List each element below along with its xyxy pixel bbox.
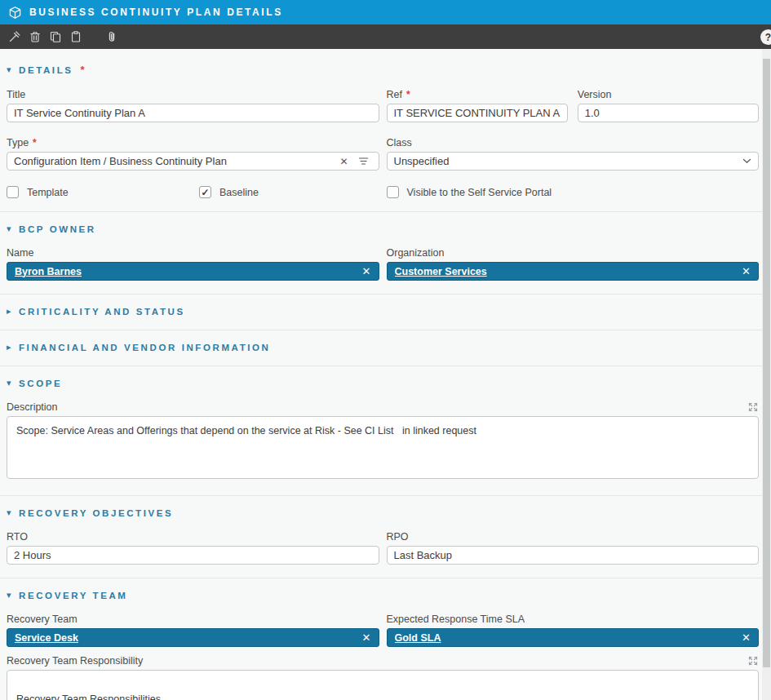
caret-right-icon: ▸	[7, 306, 19, 317]
cube-icon	[8, 6, 22, 20]
type-field[interactable]: Configuration Item / Business Continuity…	[7, 152, 379, 171]
caret-down-icon: ▾	[7, 224, 19, 234]
owner-name-field[interactable]: Byron Barnes ✕	[7, 262, 379, 281]
required-asterisk: *	[406, 89, 410, 100]
section-header-bcp-owner[interactable]: ▾ BCP OWNER	[7, 224, 759, 234]
baseline-checkbox-label: Baseline	[219, 187, 259, 198]
required-asterisk: *	[33, 137, 37, 148]
expand-icon[interactable]	[747, 655, 759, 667]
responsibility-label: Recovery Team Responsibility	[7, 655, 143, 667]
section-divider	[0, 294, 765, 295]
section-label: RECOVERY TEAM	[19, 591, 127, 600]
remove-icon[interactable]: ✕	[735, 631, 751, 644]
responsibility-textarea[interactable]: Recovery Team Responsibilities	[7, 670, 759, 700]
ref-label: Ref*	[387, 89, 410, 100]
type-value: Configuration Item / Business Continuity…	[14, 155, 335, 167]
clear-icon[interactable]: ✕	[335, 156, 352, 167]
version-label: Version	[578, 89, 612, 100]
chevron-down-icon	[742, 158, 751, 164]
required-asterisk: *	[81, 64, 85, 76]
section-label: SCOPE	[19, 379, 62, 388]
rto-input[interactable]	[7, 546, 379, 565]
section-label: BCP OWNER	[19, 224, 96, 234]
section-header-details[interactable]: ▾ DETAILS *	[7, 64, 759, 76]
paste-icon[interactable]	[66, 27, 86, 47]
section-label: CRITICALITY AND STATUS	[19, 307, 185, 317]
caret-right-icon: ▸	[7, 342, 19, 352]
type-label: Type*	[7, 137, 37, 148]
attachment-icon[interactable]	[102, 27, 122, 47]
caret-down-icon: ▾	[7, 590, 19, 600]
section-label: DETAILS	[19, 65, 73, 75]
checkbox-box[interactable]	[7, 186, 19, 198]
window-title-bar: BUSINESS CONTINUITY PLAN DETAILS	[0, 0, 771, 24]
browse-list-icon[interactable]	[353, 157, 374, 166]
description-textarea[interactable]: Scope: Service Areas and Offerings that …	[7, 416, 759, 479]
rto-label: RTO	[7, 531, 28, 543]
title-input[interactable]	[7, 104, 379, 122]
description-label: Description	[7, 401, 58, 413]
organization-field[interactable]: Customer Services ✕	[387, 262, 760, 281]
page-title: BUSINESS CONTINUITY PLAN DETAILS	[29, 7, 283, 18]
section-label: RECOVERY OBJECTIVES	[19, 508, 173, 518]
checkbox-box-checked[interactable]: ✓	[199, 186, 211, 198]
rpo-input[interactable]	[387, 546, 760, 565]
template-checkbox-label: Template	[27, 187, 69, 198]
section-divider	[0, 330, 765, 330]
name-label: Name	[7, 247, 33, 259]
caret-down-icon: ▾	[7, 378, 19, 388]
remove-icon[interactable]: ✕	[356, 631, 371, 644]
visible-portal-checkbox-label: Visible to the Self Service Portal	[407, 187, 552, 198]
copy-icon[interactable]	[46, 27, 65, 47]
owner-name-link[interactable]: Byron Barnes	[15, 266, 356, 277]
recovery-team-link[interactable]: Service Desk	[15, 632, 356, 644]
baseline-checkbox[interactable]: ✓ Baseline	[199, 186, 379, 198]
section-header-financial[interactable]: ▸ FINANCIAL AND VENDOR INFORMATION	[7, 342, 759, 352]
visible-portal-checkbox[interactable]: Visible to the Self Service Portal	[387, 186, 760, 198]
scrollbar-thumb[interactable]	[763, 59, 770, 667]
class-label: Class	[387, 137, 412, 148]
class-value: Unspecified	[394, 155, 743, 167]
expand-icon[interactable]	[747, 401, 759, 413]
template-checkbox[interactable]: Template	[7, 186, 199, 198]
recovery-team-field[interactable]: Service Desk ✕	[7, 628, 379, 647]
title-label: Title	[7, 89, 25, 100]
remove-icon[interactable]: ✕	[356, 265, 371, 277]
response-sla-label: Expected Response Time SLA	[387, 614, 525, 625]
caret-down-icon: ▾	[7, 507, 19, 518]
bcp-form: ▾ DETAILS * Title Ref* Version Type* Con…	[0, 49, 771, 700]
section-label: FINANCIAL AND VENDOR INFORMATION	[19, 343, 271, 352]
recovery-team-label: Recovery Team	[7, 614, 78, 625]
help-button[interactable]: ?	[760, 29, 771, 45]
section-divider	[0, 366, 765, 366]
section-header-recovery-objectives[interactable]: ▾ RECOVERY OBJECTIVES	[7, 507, 759, 518]
organization-link[interactable]: Customer Services	[395, 266, 736, 277]
response-sla-link[interactable]: Gold SLA	[395, 632, 736, 644]
section-divider	[0, 211, 765, 212]
ref-input[interactable]	[387, 104, 568, 122]
vertical-scrollbar[interactable]	[762, 49, 771, 700]
section-divider	[0, 578, 765, 578]
caret-down-icon: ▾	[7, 64, 19, 75]
pin-icon[interactable]	[5, 27, 24, 47]
section-header-recovery-team[interactable]: ▾ RECOVERY TEAM	[7, 590, 759, 600]
rpo-label: RPO	[387, 531, 409, 543]
checkbox-box[interactable]	[387, 186, 399, 198]
version-input[interactable]	[578, 104, 759, 122]
section-divider	[0, 495, 765, 496]
toolbar: ?	[0, 24, 771, 49]
organization-label: Organization	[387, 247, 445, 259]
section-header-scope[interactable]: ▾ SCOPE	[7, 378, 759, 388]
delete-icon[interactable]	[25, 27, 45, 47]
remove-icon[interactable]: ✕	[735, 265, 751, 277]
section-header-criticality[interactable]: ▸ CRITICALITY AND STATUS	[7, 306, 759, 317]
class-select[interactable]: Unspecified	[387, 152, 760, 171]
response-sla-field[interactable]: Gold SLA ✕	[387, 628, 760, 647]
